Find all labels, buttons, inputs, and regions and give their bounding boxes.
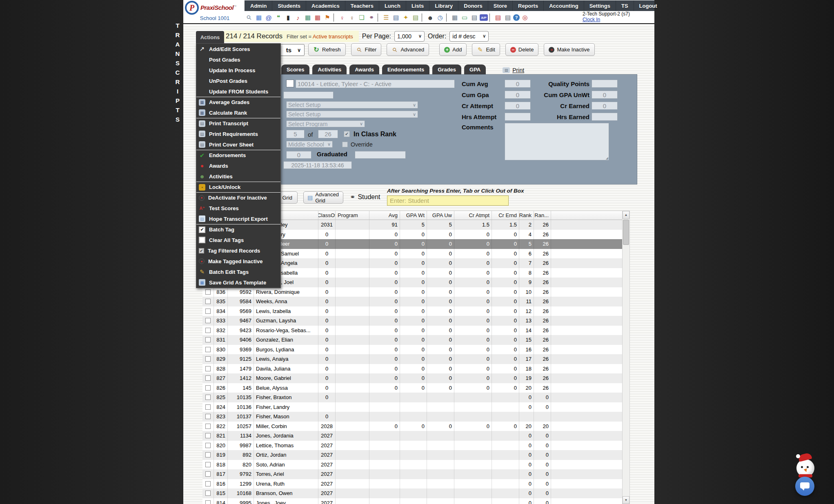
table-row[interactable]: 825 10135 Fisher, Braxton 0 0 0 bbox=[202, 393, 630, 402]
bell-icon[interactable]: ✦ bbox=[401, 13, 410, 22]
cr-attempt-input[interactable]: 0 bbox=[505, 102, 531, 110]
table-row[interactable]: 820 9987 Lettice, Thomas 2027 0 0 bbox=[202, 441, 630, 451]
column-header[interactable]: Ran... bbox=[534, 211, 551, 220]
order-select[interactable]: id # desc bbox=[449, 31, 489, 42]
row-checkbox[interactable] bbox=[205, 471, 211, 477]
tab[interactable]: Endorsements bbox=[382, 64, 429, 75]
table-row[interactable]: 816 1299 Urena, Ruth 2027 0 0 bbox=[202, 479, 630, 489]
nav-item[interactable]: Admin bbox=[245, 0, 272, 11]
nav-item[interactable]: TS bbox=[616, 0, 634, 11]
table-scrollbar[interactable]: ▲ ▼ bbox=[622, 211, 630, 504]
menu-item[interactable]: ✔ Endorsements bbox=[196, 150, 280, 160]
print-link[interactable]: ▤ Print bbox=[503, 67, 524, 73]
comments-textarea[interactable] bbox=[505, 123, 609, 160]
person-icon[interactable]: ☻ bbox=[426, 13, 435, 22]
menu-item[interactable]: ▦ Average Grades bbox=[196, 97, 280, 107]
nav-item[interactable]: Academics bbox=[306, 0, 345, 11]
menu-item[interactable]: ↗ Add/Edit Scores bbox=[196, 44, 280, 54]
tab[interactable]: Scores bbox=[281, 64, 309, 75]
row-checkbox[interactable] bbox=[205, 395, 211, 400]
setup-select-2[interactable]: Select Setup bbox=[286, 111, 418, 118]
hrs-attempt-input[interactable] bbox=[505, 113, 531, 121]
table-row[interactable]: 830 9369 Burgos, Lydiana 0 0 0 0 0 0 16 … bbox=[202, 345, 630, 355]
toolbar-button[interactable]: ⚲ Advanced bbox=[387, 43, 429, 56]
table-row[interactable]: 826 145 Belue, Alyssa 0 0 0 0 0 0 20 26 bbox=[202, 383, 630, 393]
actions-tab[interactable]: Actions bbox=[196, 31, 224, 43]
clock-in-link[interactable]: Clock In bbox=[583, 17, 630, 22]
staff-icon[interactable]: ♀ bbox=[347, 13, 356, 22]
table-row[interactable]: 814 9995 Jones , Joey 2027 0 0 bbox=[202, 498, 630, 504]
chat-icon[interactable]: ❝ bbox=[274, 13, 283, 22]
table-row[interactable]: 824 10136 Fisher, Landry 0 0 bbox=[202, 402, 630, 412]
rank-input[interactable]: 5 bbox=[286, 130, 305, 138]
toolbar-separator[interactable] bbox=[378, 13, 380, 22]
row-checkbox[interactable] bbox=[205, 347, 211, 352]
nav-item[interactable]: Students bbox=[272, 0, 306, 11]
row-checkbox[interactable] bbox=[205, 491, 211, 496]
calendar-icon[interactable]: ▦ bbox=[313, 13, 322, 22]
in-class-rank-checkbox[interactable]: ✔ bbox=[344, 131, 350, 137]
per-page-select[interactable]: 1,000 bbox=[394, 31, 425, 42]
scrollbar-down-button[interactable]: ▼ bbox=[623, 496, 629, 504]
column-header[interactable]: GPA Wt bbox=[400, 211, 427, 220]
row-checkbox[interactable] bbox=[205, 299, 211, 304]
row-checkbox[interactable] bbox=[205, 414, 211, 419]
menu-item[interactable]: ▤ Print Transcript bbox=[196, 118, 280, 129]
column-header[interactable]: GPA Uw bbox=[427, 211, 454, 220]
nav-item[interactable]: Lists bbox=[406, 0, 429, 11]
clock-icon[interactable]: ◷ bbox=[436, 13, 445, 22]
speaker-icon[interactable]: ♪ bbox=[294, 13, 302, 22]
table-row[interactable]: 831 9406 Gonzalez, Elian 0 0 0 0 0 0 15 … bbox=[202, 335, 630, 345]
tab[interactable]: Awards bbox=[349, 64, 379, 75]
megaphone-icon[interactable]: ⚑ bbox=[323, 13, 332, 22]
menu-item[interactable]: ▤ Print Cover Sheet bbox=[196, 139, 280, 150]
toolbar-button[interactable]: + Add bbox=[439, 43, 467, 56]
menu-item[interactable]: ● DeActivate For Inactive bbox=[196, 192, 280, 203]
note-icon[interactable]: ▤ bbox=[411, 13, 420, 22]
menu-item[interactable]: Clear All Tags bbox=[196, 235, 280, 245]
table-row[interactable]: 819 892 Ortiz, Jordan 2027 0 0 bbox=[202, 450, 630, 460]
advanced-grid-button[interactable]: ▤ Advanced Grid bbox=[303, 191, 343, 204]
toolbar-separator[interactable] bbox=[489, 13, 492, 22]
graduated-input[interactable] bbox=[355, 151, 406, 159]
row-checkbox[interactable] bbox=[205, 385, 211, 391]
toolbar-button[interactable]: ↻ Refresh bbox=[308, 43, 346, 56]
column-header[interactable]: Program bbox=[336, 211, 369, 220]
ap-badge-icon[interactable]: A/P bbox=[480, 14, 488, 21]
table-row[interactable]: 817 9792 Torres, Ariel 2027 0 0 bbox=[202, 469, 630, 479]
row-checkbox[interactable] bbox=[205, 424, 211, 429]
menu-item[interactable]: ● Awards bbox=[196, 160, 280, 171]
pdf-icon[interactable]: ▤ bbox=[494, 13, 503, 22]
scrollbar-up-button[interactable]: ▲ bbox=[623, 211, 629, 219]
table-row[interactable]: 835 9584 Weeks, Anna 0 0 0 0 0 0 11 26 bbox=[202, 297, 630, 306]
lunch-icon[interactable]: ☰ bbox=[382, 13, 391, 22]
menu-item[interactable]: ▦ Save Grid As Template bbox=[196, 277, 280, 288]
table-row[interactable]: 823 10137 Fisher, Mason 0 bbox=[202, 412, 630, 422]
nav-item[interactable]: Accounting bbox=[543, 0, 584, 11]
row-checkbox[interactable] bbox=[205, 309, 211, 314]
ledger-icon[interactable]: ▦ bbox=[450, 13, 459, 22]
menu-item[interactable]: ▪ Lock/Unlock bbox=[196, 182, 280, 192]
cr-earned-input[interactable]: 0 bbox=[592, 102, 618, 110]
binder-icon[interactable]: ▤ bbox=[391, 13, 400, 22]
student-search-input[interactable] bbox=[387, 195, 509, 206]
override-checkbox[interactable] bbox=[342, 142, 348, 147]
menu-item[interactable]: ✔ Tag Filtered Records bbox=[196, 245, 280, 256]
cum-gpa-unwt-input[interactable]: 0 bbox=[592, 91, 618, 99]
family-icon[interactable]: ⚭ bbox=[367, 13, 376, 22]
nav-item[interactable]: Settings bbox=[584, 0, 616, 11]
aux-field[interactable] bbox=[283, 91, 334, 99]
nav-item[interactable]: Store bbox=[488, 0, 512, 11]
row-checkbox[interactable] bbox=[205, 366, 211, 371]
row-checkbox[interactable] bbox=[205, 462, 211, 467]
toolbar-button[interactable]: ● Make Inactive bbox=[544, 43, 594, 56]
setup-select-1[interactable]: Select Setup bbox=[286, 101, 418, 109]
program-select[interactable]: Select Program bbox=[286, 120, 365, 127]
nav-item[interactable]: Donors bbox=[458, 0, 488, 11]
toolbar-button[interactable]: − Delete bbox=[505, 43, 539, 56]
column-header[interactable] bbox=[551, 211, 630, 220]
row-checkbox[interactable] bbox=[205, 481, 211, 486]
id-card-icon[interactable]: ▭ bbox=[460, 13, 469, 22]
toolbar-button[interactable]: ⚲ Filter bbox=[351, 43, 382, 56]
cum-avg-input[interactable]: 0 bbox=[505, 80, 531, 88]
